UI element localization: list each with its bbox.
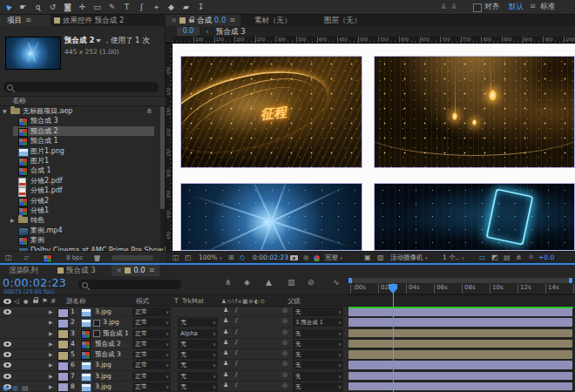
layer-label-chip[interactable] xyxy=(58,372,69,382)
layer-twirl-icon[interactable]: ▶ xyxy=(49,328,53,338)
grid-guides-icon[interactable]: ⊞ xyxy=(228,252,234,263)
pan-behind-tool[interactable]: ✛ xyxy=(76,1,89,13)
puppet-pin-tool[interactable]: ↧ xyxy=(194,1,207,13)
parent-dropdown[interactable]: 无∨ xyxy=(293,308,343,316)
draft-3d-icon[interactable]: ◈ xyxy=(244,278,250,287)
quality-switch-icon[interactable]: ♟ xyxy=(223,307,228,314)
video-layer-glowing-phone[interactable] xyxy=(374,183,575,251)
hand-tool[interactable]: ☛ xyxy=(17,1,30,13)
flowchart-icon[interactable]: ⋔ xyxy=(146,106,152,116)
mode-dropdown[interactable]: 正常∨ xyxy=(132,361,171,369)
timeline-layer-row[interactable]: ▶4预合成 2正常∨无∨♟/◎无∨ xyxy=(0,339,575,349)
project-item-folder[interactable]: ▼无标题项目.aep⋔ xyxy=(0,106,166,116)
tab-composition[interactable]: ×合成 0.0≡ xyxy=(166,15,240,26)
quality-switch-icon[interactable]: ♟ xyxy=(223,339,228,346)
project-item-pdf[interactable]: 分镜1.pdf xyxy=(0,186,166,195)
rotation-tool[interactable]: ↺ xyxy=(46,1,59,13)
rectangle-tool[interactable]: ▭ xyxy=(91,1,104,13)
brush-tool[interactable]: ʃ xyxy=(135,1,148,13)
layer-label-chip[interactable] xyxy=(58,308,69,318)
parent-pickwhip-icon[interactable]: ◎ xyxy=(282,317,288,324)
project-item-comp[interactable]: 预合成 3 xyxy=(0,116,166,125)
fx-switch-icon[interactable]: / xyxy=(235,371,237,378)
trkmat-dropdown[interactable]: 无∨ xyxy=(178,382,218,391)
timeline-search-input[interactable] xyxy=(78,280,181,289)
video-layer-blue-burst[interactable] xyxy=(180,183,362,251)
source-name-column[interactable]: 源名称 xyxy=(66,296,86,307)
fx-switch-icon[interactable]: / xyxy=(235,382,237,389)
fx-switch-icon[interactable]: / xyxy=(235,360,237,367)
collapse-badge-icon[interactable] xyxy=(93,320,100,327)
project-column-header[interactable]: 名称 xyxy=(0,96,166,106)
project-item-comp[interactable]: 分镜1 xyxy=(0,206,166,215)
time-ruler[interactable]: :00s02s04s06s08s10s12s14s16s xyxy=(348,283,575,294)
clone-stamp-tool[interactable]: ⌖ xyxy=(150,1,163,13)
mode-column[interactable]: 模式 xyxy=(136,296,149,307)
eraser-tool[interactable]: ◆ xyxy=(165,1,178,13)
parent-pickwhip-icon[interactable]: ◎ xyxy=(282,382,288,389)
panel-menu-icon[interactable]: ≡ xyxy=(25,16,31,24)
timeline-button-icon[interactable]: ▤ xyxy=(504,252,511,263)
solo-column-icon[interactable]: ● xyxy=(24,296,28,307)
exposure-value[interactable]: +0.0 xyxy=(538,252,554,263)
layer-duration-bar[interactable] xyxy=(348,361,572,369)
playhead-line[interactable] xyxy=(393,283,394,392)
project-item-comp[interactable]: 合成 1 xyxy=(0,166,166,175)
shy-icon[interactable]: ▲ xyxy=(266,278,272,287)
layer-twirl-icon[interactable]: ▶ xyxy=(49,339,53,348)
layer-duration-bar[interactable] xyxy=(348,318,572,327)
project-item-video[interactable]: Dolby Cinema at AMC Prime Pre Show.MP4 xyxy=(0,246,166,251)
project-item-folder[interactable]: ▶纯色 xyxy=(0,215,166,225)
layer-label-chip[interactable] xyxy=(58,362,69,371)
show-snapshot-icon[interactable]: ● xyxy=(303,252,309,263)
twirl-icon[interactable]: ▶ xyxy=(10,215,15,225)
trkmat-dropdown[interactable]: 无∨ xyxy=(178,340,218,348)
view-layout-dropdown[interactable]: 1 个..∨ xyxy=(443,252,464,263)
type-tool[interactable]: T xyxy=(120,1,133,13)
resolution-dropdown[interactable]: 完整∨ xyxy=(325,252,343,263)
project-item-comp[interactable]: 图片1 xyxy=(0,156,166,166)
close-icon[interactable]: × xyxy=(171,16,177,24)
selection-tool[interactable]: ▶ xyxy=(0,0,17,16)
comp-flowchart-icon[interactable]: ⋔ xyxy=(516,252,522,263)
mode-dropdown[interactable]: 正常∨ xyxy=(132,340,171,348)
eye-icon[interactable] xyxy=(3,341,11,347)
eye-icon[interactable] xyxy=(3,362,11,368)
tab-timeline-active[interactable]: ×0.0≡ xyxy=(112,265,159,276)
trkmat-column[interactable]: TrkMat xyxy=(182,296,204,307)
layer-duration-bar[interactable] xyxy=(348,382,572,391)
trkmat-dropdown[interactable]: Alpha∨ xyxy=(178,329,218,338)
mode-dropdown[interactable]: 正常∨ xyxy=(132,382,171,391)
project-item-image[interactable]: 图片1.png xyxy=(0,146,166,156)
mask-visibility-icon[interactable]: ◇ xyxy=(240,252,245,263)
snapshot-icon[interactable] xyxy=(290,255,298,260)
layer-twirl-icon[interactable]: ▶ xyxy=(49,360,53,369)
layer-twirl-icon[interactable]: ▶ xyxy=(49,317,53,327)
trkmat-dropdown[interactable]: 无∨ xyxy=(178,361,218,369)
eye-icon[interactable] xyxy=(3,352,11,357)
parent-pickwhip-icon[interactable]: ◎ xyxy=(282,349,288,356)
fx-switch-icon[interactable]: / xyxy=(235,317,237,324)
project-item-pdf[interactable]: 分镜2.pdf xyxy=(0,176,166,186)
graph-editor-icon[interactable]: ∿ xyxy=(333,278,340,287)
t-column[interactable]: T xyxy=(174,296,179,307)
eye-column-icon[interactable] xyxy=(3,299,11,304)
workspace-standard[interactable]: 标准 xyxy=(540,2,555,12)
quality-switch-icon[interactable]: ♟ xyxy=(223,382,228,389)
project-item-video[interactable]: 案例.mp4 xyxy=(0,226,166,235)
video-layer-gold-particles[interactable] xyxy=(374,56,575,168)
chevron-down-icon[interactable] xyxy=(96,39,101,43)
quality-switch-icon[interactable]: ♟ xyxy=(223,360,228,367)
parent-pickwhip-icon[interactable]: ◎ xyxy=(282,371,288,378)
viewer-current-time[interactable]: 0:00:02:23 xyxy=(253,252,288,263)
pixel-aspect-correction-icon[interactable]: ▭ xyxy=(479,252,486,263)
parent-pickwhip-icon[interactable]: ◎ xyxy=(282,307,288,314)
layer-twirl-icon[interactable]: ▶ xyxy=(49,382,53,391)
mini-flowchart-icon[interactable]: ⋔ xyxy=(225,278,232,287)
project-item-comp[interactable]: 分镜2 xyxy=(0,196,166,206)
panel-menu-icon[interactable]: ≡ xyxy=(149,266,155,274)
index-column[interactable]: # xyxy=(51,296,56,307)
layer-duration-bar[interactable] xyxy=(348,350,572,359)
label-column-icon[interactable]: ⚑ xyxy=(42,296,48,307)
quality-switch-icon[interactable]: ♟ xyxy=(223,349,228,356)
